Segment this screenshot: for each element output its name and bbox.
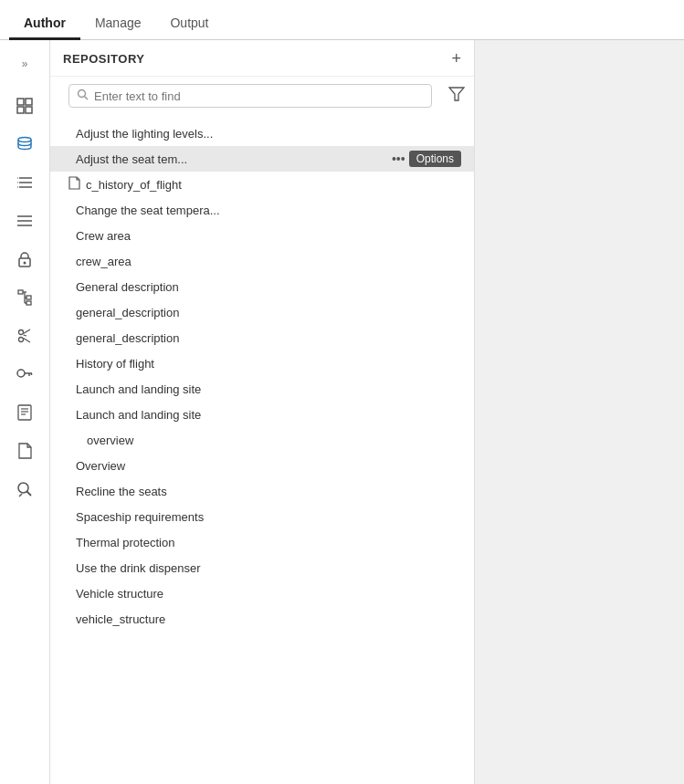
item-text: c_history_of_flight (86, 178, 182, 192)
item-text: Launch and landing site (76, 408, 201, 422)
svg-point-24 (19, 338, 24, 342)
svg-line-27 (24, 335, 27, 336)
svg-rect-1 (26, 99, 32, 105)
hierarchy-icon[interactable] (8, 281, 41, 314)
icon-sidebar: » (0, 40, 50, 784)
svg-rect-3 (26, 107, 32, 113)
list-item[interactable]: general_description (50, 325, 474, 350)
list-item[interactable]: Adjust the lighting levels... (50, 120, 474, 146)
item-text: Thermal protection (76, 536, 174, 549)
options-tooltip: Options (409, 151, 461, 167)
right-panel (475, 40, 684, 784)
list-item[interactable]: Use the drink dispenser (50, 555, 474, 580)
list-item[interactable]: overview (50, 427, 474, 453)
repo-title: REPOSITORY (63, 52, 145, 66)
tab-manage[interactable]: Manage (80, 8, 156, 40)
svg-rect-2 (17, 107, 24, 113)
content-icon[interactable] (8, 396, 41, 429)
search-icon (77, 89, 89, 103)
repository-list: Adjust the lighting levels... Adjust the… (50, 119, 474, 784)
svg-marker-41 (449, 88, 464, 100)
item-text: Overview (76, 459, 125, 473)
item-text: vehicle_structure (76, 612, 165, 626)
scissors-icon[interactable] (8, 319, 41, 352)
search-bar (68, 84, 432, 108)
list-item[interactable]: Vehicle structure (50, 580, 474, 606)
svg-rect-17 (26, 296, 31, 299)
item-text: Change the seat tempera... (76, 204, 220, 217)
item-text: Use the drink dispenser (76, 561, 201, 575)
database-icon[interactable] (8, 128, 41, 161)
search-row (50, 77, 474, 115)
item-text: Crew area (76, 229, 131, 243)
list-item[interactable]: crew_area (50, 248, 474, 274)
item-text: Launch and landing site (76, 382, 201, 396)
top-tab-bar: Author Manage Output (0, 0, 684, 40)
item-text: Adjust the seat tem... (76, 152, 187, 166)
document-icon[interactable] (8, 434, 41, 467)
item-text: Spaceship requirements (76, 510, 204, 524)
svg-rect-0 (17, 99, 24, 105)
list-item[interactable]: Launch and landing site (50, 376, 474, 402)
search-input[interactable] (94, 89, 424, 103)
svg-rect-16 (18, 290, 23, 294)
svg-point-36 (18, 483, 28, 493)
svg-line-40 (85, 97, 89, 100)
list-item[interactable]: History of flight (50, 350, 474, 376)
search2-icon[interactable] (8, 473, 41, 506)
repo-add-button[interactable]: + (451, 49, 461, 68)
item-text: overview (87, 434, 133, 447)
list-item[interactable]: vehicle_structure (50, 606, 474, 632)
list-item[interactable]: General description (50, 274, 474, 299)
list-item[interactable]: c_history_of_flight (50, 172, 474, 197)
list-item[interactable]: Overview (50, 453, 474, 478)
item-text: general_description (76, 331, 179, 345)
grid-icon[interactable] (8, 89, 41, 122)
item-text: crew_area (76, 255, 132, 268)
item-text: general_description (76, 306, 179, 319)
svg-line-25 (24, 329, 31, 334)
list-item[interactable]: Crew area (50, 223, 474, 248)
lock-icon[interactable] (8, 243, 41, 276)
list2-icon[interactable] (8, 204, 41, 237)
item-text: Recline the seats (76, 485, 167, 498)
svg-rect-18 (26, 301, 31, 305)
list-item[interactable]: Adjust the seat tem... ••• Options (50, 146, 474, 172)
item-text: General description (76, 280, 179, 294)
list-item[interactable]: Launch and landing site (50, 402, 474, 427)
svg-line-26 (24, 339, 31, 343)
tab-author[interactable]: Author (9, 8, 80, 40)
list-icon[interactable] (8, 166, 41, 199)
svg-point-4 (18, 138, 31, 142)
item-text: Adjust the lighting levels... (76, 127, 213, 141)
main-layout: » (0, 40, 684, 784)
svg-point-39 (79, 90, 86, 98)
svg-point-28 (17, 370, 25, 377)
tab-output[interactable]: Output (155, 8, 223, 40)
file-icon (68, 176, 80, 193)
svg-line-38 (19, 494, 22, 497)
repo-header: REPOSITORY + (50, 40, 474, 77)
item-text: Vehicle structure (76, 587, 163, 601)
repository-panel: REPOSITORY + Adjust the lighting levels.… (50, 40, 475, 784)
svg-point-15 (24, 262, 26, 265)
list-item[interactable]: Recline the seats (50, 478, 474, 504)
filter-button[interactable] (448, 87, 465, 105)
svg-line-37 (27, 492, 32, 497)
more-button[interactable]: ••• (392, 152, 405, 166)
expand-icon[interactable]: » (8, 47, 41, 80)
svg-rect-32 (18, 405, 31, 420)
list-item[interactable]: general_description (50, 299, 474, 325)
svg-point-23 (19, 330, 24, 335)
item-text: History of flight (76, 357, 154, 371)
list-item[interactable]: Change the seat tempera... (50, 197, 474, 223)
list-item[interactable]: Thermal protection (50, 529, 474, 555)
list-item[interactable]: Spaceship requirements (50, 504, 474, 529)
key-icon[interactable] (8, 358, 41, 391)
